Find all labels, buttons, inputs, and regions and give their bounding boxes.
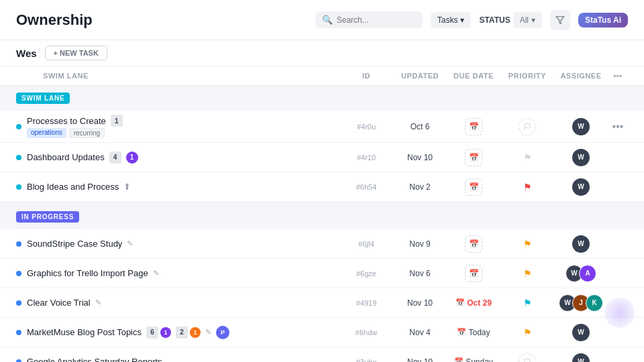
status-dot-blue: [16, 359, 21, 363]
task-id: #6h54: [339, 183, 393, 191]
task-name-cell: Processes to Create 1 operations recurri…: [16, 115, 339, 138]
tasks-dropdown[interactable]: Tasks ▾: [431, 12, 472, 28]
due-date-cell: 📅 Today: [457, 328, 490, 337]
status-ai-label: StaTus Ai: [585, 15, 621, 25]
task-due-date: 📅: [447, 178, 500, 196]
avatar-group: W J K: [559, 294, 603, 312]
search-icon: 🔍: [322, 15, 333, 25]
task-id: #3uhe: [339, 358, 393, 363]
due-date-icon: 📅: [465, 265, 482, 282]
task-assignee: W: [554, 324, 608, 341]
table-row: MarketMuse Blog Post Topics 6 1 2 1 ✎ P …: [0, 318, 644, 347]
task-icons-row: MarketMuse Blog Post Topics 6 1 2 1 ✎ P: [27, 326, 229, 339]
edit-icon[interactable]: ✎: [95, 298, 101, 307]
task-icons-row: SoundStripe Case Study ✎: [27, 239, 133, 249]
task-badge-count: 1: [111, 115, 123, 127]
task-name[interactable]: Clear Voice Trial: [27, 298, 91, 308]
svg-marker-0: [556, 16, 564, 23]
task-assignee: W: [554, 235, 608, 253]
status-dot-blue: [16, 271, 21, 276]
section-swim-lane: SWIM LANE Processes to Create 1 operatio…: [0, 86, 644, 202]
priority-flag-red: ⚑: [523, 182, 532, 192]
table-row: Blog Ideas and Process ⬆ #6h54 Nov 2 📅 ⚑…: [0, 172, 644, 202]
priority-dashed: [519, 118, 536, 135]
task-id: #6jf4: [339, 240, 393, 248]
task-due-date: 📅: [447, 118, 500, 135]
priority-flag-gray: ⚑: [523, 152, 532, 163]
col-priority: PRIORITY: [500, 72, 554, 80]
filter-button[interactable]: [550, 10, 570, 30]
section-header-swim: SWIM LANE: [0, 86, 644, 111]
task-priority: ⚑: [500, 239, 554, 249]
edit-icon[interactable]: ✎: [153, 269, 159, 278]
task-due-date: 📅 Oct 29: [447, 298, 500, 308]
task-assignee: W: [554, 178, 608, 196]
task-name-wrapper: MarketMuse Blog Post Topics 6 1 2 1 ✎ P: [27, 326, 229, 339]
search-input[interactable]: [337, 15, 390, 25]
section-header-progress: IN PROGRESS: [0, 204, 644, 229]
user-name: Wes: [16, 48, 37, 59]
task-due-date: 📅 Sunday: [447, 357, 500, 363]
status-label: STATUS: [479, 15, 510, 25]
page-title: Ownership: [16, 11, 93, 29]
task-name-cell: Google Analytics Saturday Reports: [16, 357, 339, 362]
task-icons-row: Blog Ideas and Process ⬆: [27, 182, 131, 192]
col-due-date: DUE DATE: [447, 72, 500, 80]
task-updated: Oct 6: [393, 122, 447, 131]
task-assignee: W: [554, 149, 608, 166]
due-date-cell: 📅 Sunday: [454, 357, 493, 363]
priority-flag-yellow: ⚑: [523, 239, 532, 249]
col-updated: UPDATED: [393, 72, 447, 80]
task-badge-6: 6: [146, 326, 158, 339]
task-id: #4r10: [339, 154, 393, 162]
table-row: Processes to Create 1 operations recurri…: [0, 111, 644, 143]
status-dot-teal: [16, 155, 21, 160]
priority-flag-cyan: ⚑: [523, 298, 532, 308]
task-name[interactable]: Graphics for Trello Import Page: [27, 268, 148, 278]
task-name-wrapper: SoundStripe Case Study ✎: [27, 239, 133, 249]
task-name-cell: Dashboard Updates 4 1: [16, 152, 339, 164]
task-name[interactable]: SoundStripe Case Study: [27, 239, 122, 249]
task-name-wrapper: Dashboard Updates 4 1: [27, 152, 138, 164]
avatar: W: [572, 324, 590, 341]
calendar-icon: 📅: [454, 357, 464, 362]
share-icon: ⬆: [123, 182, 131, 192]
status-dot-teal: [16, 184, 21, 190]
status-dot-blue: [16, 330, 21, 335]
chevron-down-icon: ▾: [460, 15, 464, 25]
edit-icon[interactable]: ✎: [205, 328, 211, 337]
calendar-icon: 📅: [455, 298, 465, 307]
task-name[interactable]: Google Analytics Saturday Reports: [27, 357, 162, 362]
task-icons-row: Dashboard Updates 4 1: [27, 152, 138, 164]
table-row: Google Analytics Saturday Reports #3uhe …: [0, 347, 644, 362]
task-badge-purple: 1: [126, 152, 138, 164]
search-bar[interactable]: 🔍: [315, 11, 423, 28]
in-progress-badge: IN PROGRESS: [16, 211, 79, 223]
status-value-dropdown[interactable]: All ▾: [513, 12, 542, 28]
task-name[interactable]: Blog Ideas and Process: [27, 182, 119, 192]
task-name[interactable]: MarketMuse Blog Post Topics: [27, 327, 142, 337]
task-name[interactable]: Dashboard Updates: [27, 152, 105, 162]
status-dot-blue: [16, 241, 21, 247]
more-options-button[interactable]: •••: [608, 121, 628, 133]
avatar: W: [572, 235, 590, 253]
task-due-date: 📅: [447, 235, 500, 253]
task-assignee: W J K: [554, 294, 608, 312]
task-updated: Nov 10: [393, 357, 447, 363]
swim-lane-badge: SWIM LANE: [16, 93, 70, 104]
overdue-date: Oct 29: [467, 298, 492, 308]
task-badge-num: 4: [109, 152, 121, 164]
task-name-cell: SoundStripe Case Study ✎: [16, 239, 339, 249]
task-icons-row: Graphics for Trello Import Page ✎: [27, 268, 159, 278]
header: Ownership 🔍 Tasks ▾ STATUS All ▾ St: [0, 0, 644, 40]
section-in-progress: IN PROGRESS SoundStripe Case Study ✎ #6j…: [0, 204, 644, 362]
status-dot-blue: [16, 300, 21, 306]
edit-icon[interactable]: ✎: [127, 239, 133, 248]
toolbar: Wes + NEW TASK: [0, 40, 644, 66]
task-due-date: 📅: [447, 149, 500, 166]
new-task-button[interactable]: + NEW TASK: [45, 46, 107, 60]
task-priority: ⚑: [500, 298, 554, 308]
due-date-cell: 📅 Oct 29: [455, 298, 492, 308]
table-row: SoundStripe Case Study ✎ #6jf4 Nov 9 📅 ⚑…: [0, 229, 644, 259]
task-name[interactable]: Processes to Create: [27, 116, 106, 126]
